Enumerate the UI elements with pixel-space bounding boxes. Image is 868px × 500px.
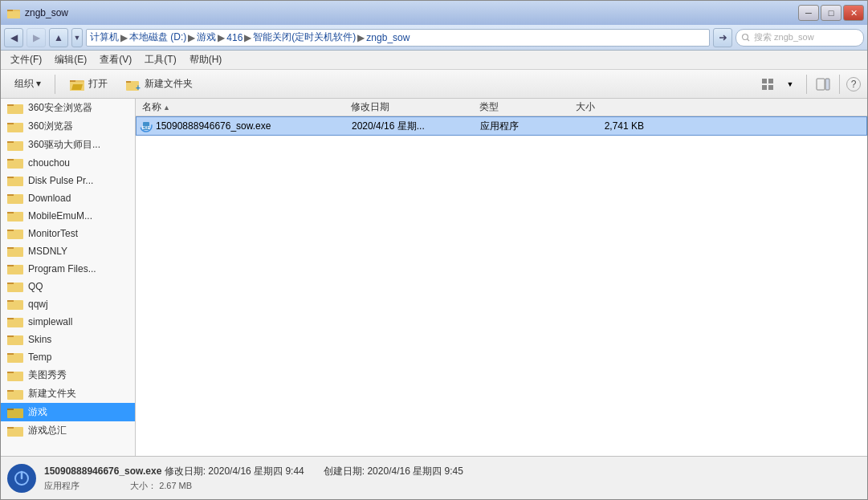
folder-icon-active — [7, 406, 23, 419]
col-header-type[interactable]: 类型 — [473, 100, 569, 114]
path-segment-games[interactable]: 游戏 — [197, 30, 216, 44]
file-row[interactable]: EXE 15090888946676_sow.exe 2020/4/16 星期.… — [136, 116, 867, 136]
new-folder-icon: + — [125, 76, 141, 92]
sidebar-item-programfiles[interactable]: Program Files... — [1, 260, 135, 278]
folder-icon — [7, 298, 23, 311]
up-button[interactable]: ▲ — [49, 28, 68, 47]
sidebar-item-skins[interactable]: Skins — [1, 331, 135, 348]
new-folder-button[interactable]: + 新建文件夹 — [118, 72, 200, 96]
svg-rect-17 — [825, 79, 829, 90]
svg-rect-15 — [768, 85, 773, 90]
svg-rect-16 — [817, 79, 825, 90]
close-button[interactable]: ✕ — [843, 5, 864, 21]
forward-button[interactable]: ▶ — [26, 28, 46, 47]
sidebar-item-msdnly[interactable]: MSDNLY — [1, 242, 135, 260]
menu-edit[interactable]: 编辑(E) — [48, 51, 93, 68]
col-header-date[interactable]: 修改日期 — [344, 100, 473, 114]
svg-rect-45 — [7, 335, 14, 337]
sidebar-item-mobileemu[interactable]: MobileEmuM... — [1, 207, 135, 225]
svg-text:EXE: EXE — [142, 125, 151, 130]
view-arrow-button[interactable]: ▼ — [780, 75, 800, 94]
folder-icon — [7, 315, 23, 328]
back-button[interactable]: ◀ — [4, 28, 23, 47]
toolbar: 组织 ▾ 打开 + 新建文件夹 — [1, 70, 867, 99]
sidebar-item-qq[interactable]: QQ — [1, 278, 135, 295]
title-folder-icon — [7, 6, 20, 19]
folder-icon — [7, 388, 23, 400]
svg-rect-1 — [7, 10, 13, 11]
svg-rect-49 — [7, 372, 14, 373]
sidebar-item-360browser-safe[interactable]: 360安全浏览器 — [1, 99, 135, 117]
menu-file[interactable]: 文件(F) — [4, 51, 48, 68]
sidebar-item-gamescollection[interactable]: 游戏总汇 — [1, 421, 135, 440]
svg-rect-13 — [768, 79, 773, 83]
path-segment-software[interactable]: 智能关闭(定时关机软件) — [253, 30, 356, 44]
address-path[interactable]: 计算机 ▶ 本地磁盘 (D:) ▶ 游戏 ▶ 416 ▶ 智能关闭(定时关机软件… — [86, 29, 710, 47]
path-segment-computer[interactable]: 计算机 — [90, 30, 119, 44]
toolbar-separator-2 — [806, 75, 807, 94]
sidebar-item-download[interactable]: Download — [1, 189, 135, 207]
svg-rect-33 — [7, 230, 14, 231]
go-arrow-icon — [717, 32, 728, 43]
view-options-button[interactable] — [758, 75, 777, 94]
folder-icon — [7, 102, 23, 115]
menu-view[interactable]: 查看(V) — [93, 51, 138, 68]
folder-icon — [7, 209, 23, 222]
sidebar-item-meitu[interactable]: 美图秀秀 — [1, 366, 135, 384]
svg-marker-8 — [71, 84, 83, 90]
folder-icon — [7, 192, 23, 205]
organize-button[interactable]: 组织 ▾ — [7, 73, 48, 95]
folder-icon — [7, 262, 23, 275]
svg-rect-14 — [762, 85, 767, 90]
help-button[interactable]: ? — [846, 77, 861, 91]
sidebar-item-360browser[interactable]: 360浏览器 — [1, 117, 135, 136]
svg-rect-55 — [7, 427, 14, 429]
open-button[interactable]: 打开 — [62, 72, 115, 96]
folder-icon — [7, 280, 23, 293]
sidebar-item-chouchou[interactable]: chouchou — [1, 154, 135, 172]
menu-help[interactable]: 帮助(H) — [183, 51, 229, 68]
minimize-button[interactable]: ─ — [798, 5, 819, 21]
svg-rect-43 — [7, 318, 14, 319]
status-power-icon — [7, 464, 36, 493]
svg-rect-23 — [7, 141, 14, 143]
sidebar-item-newfolder[interactable]: 新建文件夹 — [1, 384, 135, 403]
toolbar-right: ▼ ? — [758, 75, 861, 94]
view-grid-icon — [761, 78, 774, 91]
sidebar-item-360driver[interactable]: 360驱动大师目... — [1, 136, 135, 154]
folder-icon — [7, 351, 23, 364]
svg-rect-47 — [7, 353, 14, 355]
file-date: 2020/4/16 星期... — [352, 120, 425, 132]
file-date-cell: 2020/4/16 星期... — [345, 120, 474, 133]
menu-bar: 文件(F) 编辑(E) 查看(V) 工具(T) 帮助(H) — [1, 51, 867, 70]
path-segment-416[interactable]: 416 — [226, 32, 242, 43]
recent-locations-button[interactable]: ▼ — [71, 28, 83, 47]
svg-text:+: + — [136, 83, 141, 91]
sidebar-item-games[interactable]: 游戏 — [1, 403, 135, 421]
folder-icon — [7, 174, 23, 187]
svg-rect-31 — [7, 212, 14, 213]
search-box[interactable]: 搜索 zngb_sow — [736, 29, 864, 47]
sidebar-item-temp[interactable]: Temp — [1, 348, 135, 366]
menu-tools[interactable]: 工具(T) — [138, 51, 182, 68]
col-header-size[interactable]: 大小 — [569, 100, 650, 114]
file-type-cell: 应用程序 — [474, 120, 570, 133]
svg-rect-12 — [762, 79, 767, 83]
col-header-name[interactable]: 名称 ▲ — [136, 100, 344, 114]
sidebar-item-qqwj[interactable]: qqwj — [1, 295, 135, 313]
path-segment-drive[interactable]: 本地磁盘 (D:) — [129, 30, 186, 44]
sidebar-item-simplewall[interactable]: simplewall — [1, 313, 135, 331]
address-go-button[interactable] — [713, 28, 732, 47]
search-placeholder: 搜索 zngb_sow — [754, 31, 814, 43]
preview-pane-button[interactable] — [813, 75, 833, 94]
exe-file-icon: EXE — [140, 120, 153, 132]
folder-icon — [7, 227, 23, 240]
sidebar-item-monitortest[interactable]: MonitorTest — [1, 225, 135, 242]
path-segment-folder[interactable]: zngb_sow — [366, 32, 410, 43]
sidebar-item-diskpulse[interactable]: Disk Pulse Pr... — [1, 172, 135, 189]
maximize-button[interactable]: □ — [821, 5, 842, 21]
open-icon — [69, 76, 85, 92]
svg-rect-41 — [7, 300, 14, 302]
svg-rect-19 — [7, 104, 14, 106]
file-type: 应用程序 — [480, 120, 519, 132]
